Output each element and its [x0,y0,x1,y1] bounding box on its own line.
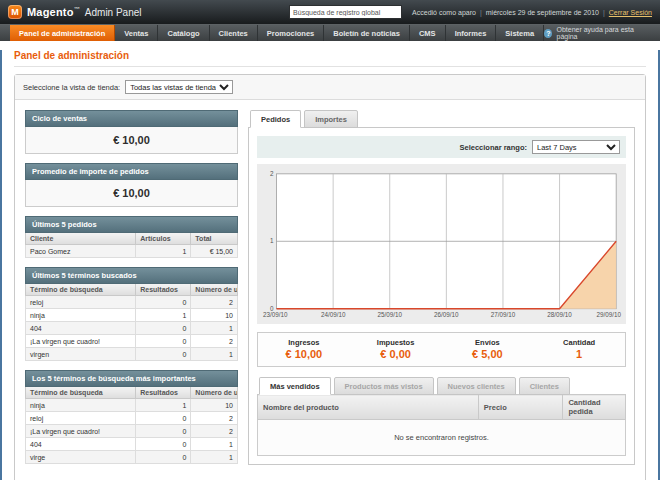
tab-pedidos[interactable]: Pedidos [250,110,301,128]
tab-productos-mas-vistos[interactable]: Productos más vistos [334,377,434,395]
separator: | [603,9,605,16]
tab-mas-vendidos[interactable]: Más vendidos [259,377,331,395]
box-title: Últimos 5 términos buscados [25,267,238,284]
table-row[interactable]: ¡La virgen que cuadro!02 [26,425,238,438]
dashboard-columns: Ciclo de ventas € 10,00 Promedio de impo… [15,100,645,480]
cell-label: reloj [26,412,136,425]
table-row[interactable]: virge01 [26,451,238,464]
cell-value: 1 [136,245,191,258]
column-header[interactable]: Cantidad pedida [563,395,626,420]
svg-text:27/09/10: 27/09/10 [491,311,516,318]
table-row[interactable]: reloj02 [26,296,238,309]
magento-admin-page: M Magento™ Admin Panel Accedió como apar… [0,0,660,480]
svg-text:24/09/10: 24/09/10 [321,311,346,318]
table-row[interactable]: 40401 [26,438,238,451]
nav-item-sistema[interactable]: Sistema [496,25,544,41]
total-impuestos: Impuestos € 0,00 [350,338,442,360]
brand: M Magento™ Admin Panel [8,5,142,19]
cell-value: € 15,00 [191,245,238,258]
column-header[interactable]: Número de usos [191,387,238,399]
nav-item-promociones[interactable]: Promociones [258,25,325,41]
cell-value: 0 [136,335,191,348]
svg-text:23/09/10: 23/09/10 [263,311,288,318]
cell-value: 1 [136,309,191,322]
column-header[interactable]: Precio [478,395,563,420]
store-switcher-label: Seleccione la vista de tienda: [23,83,120,92]
nav-item-boletin-de-noticias[interactable]: Boletín de noticias [324,25,410,41]
nav-item-clientes[interactable]: Clientes [210,25,258,41]
column-header[interactable]: Número de usos [191,284,238,296]
column-header[interactable]: Total [191,233,238,245]
store-view-select[interactable]: Todas las vistas de tienda [125,80,233,94]
total-label: Cantidad [533,338,625,347]
grids-tabs: Más vendidos Productos más vistos Nuevos… [257,377,626,395]
question-globe-icon: ? [544,29,552,38]
cell-value: 1 [191,322,238,335]
table-row[interactable]: Paco Gomez1€ 15,00 [26,245,238,258]
global-search-input[interactable] [289,5,402,19]
tab-clientes[interactable]: Clientes [519,377,570,395]
nav-item-cms[interactable]: CMS [410,25,446,41]
nav-item-informes[interactable]: Informes [446,25,497,41]
cell-value: 1 [191,438,238,451]
magento-logo-icon: M [8,5,22,19]
svg-text:26/09/10: 26/09/10 [434,311,459,318]
cell-label: Paco Gomez [26,245,136,258]
header-meta: Accedió como aparo | miércoles 29 de sep… [412,9,652,16]
cell-value: 0 [136,412,191,425]
cell-label: ninja [26,309,136,322]
column-header[interactable]: Resultados [136,387,191,399]
nav-item-catalogo[interactable]: Catálogo [158,25,209,41]
column-header[interactable]: Término de búsqueda [26,387,136,399]
table-row[interactable]: virgen01 [26,348,238,361]
tab-nuevos-clientes[interactable]: Nuevos clientes [437,377,516,395]
total-label: Envíos [442,338,534,347]
table-row[interactable]: ninja110 [26,309,238,322]
svg-text:25/09/10: 25/09/10 [377,311,402,318]
column-header[interactable]: Cliente [26,233,136,245]
page-body: Panel de administración Seleccione la vi… [0,50,660,480]
total-value: € 10,00 [258,348,350,360]
lifetime-sales-box: Ciclo de ventas € 10,00 [25,110,238,154]
nav-item-ventas[interactable]: Ventas [115,25,158,41]
cell-value: 1 [191,348,238,361]
table-row[interactable]: ninja110 [26,399,238,412]
column-header[interactable]: Artículos [136,233,191,245]
cell-value: 0 [136,425,191,438]
top-search-terms-box: Los 5 términos de búsqueda más important… [25,370,238,464]
total-label: Impuestos [350,338,442,347]
last-orders-table: Cliente Artículos Total Paco Gomez1€ 15,… [25,233,238,258]
brand-name: Magento™ [27,6,80,18]
column-header[interactable]: Nombre del producto [258,395,479,420]
store-switcher: Seleccione la vista de tienda: Todas las… [15,75,645,100]
cell-label: 404 [26,438,136,451]
last-orders-box: Últimos 5 pedidos Cliente Artículos Tota… [25,216,238,258]
cell-value: 10 [191,309,238,322]
column-header[interactable]: Resultados [136,284,191,296]
left-column: Ciclo de ventas € 10,00 Promedio de impo… [25,110,238,473]
date-text: miércoles 29 de septiembre de 2010 [486,9,599,16]
range-label: Seleccionar rango: [459,143,527,152]
cell-value: 1 [191,451,238,464]
trademark-mark: ™ [74,6,80,12]
help-link[interactable]: ? Obtener ayuda para esta página [544,25,660,41]
box-title: Últimos 5 pedidos [25,216,238,233]
table-header-row: Cliente Artículos Total [26,233,238,245]
right-column: Pedidos Importes Seleccionar rango: Last… [248,110,635,473]
box-title: Promedio de importe de pedidos [25,163,238,180]
logout-link[interactable]: Cerrar Sesión [609,9,652,16]
cell-value: 2 [191,335,238,348]
cell-label: reloj [26,296,136,309]
total-value: 1 [533,348,625,360]
nav-item-panel-de-administracion[interactable]: Panel de administración [10,25,115,41]
range-select[interactable]: Last 7 Days [532,140,620,154]
cell-value: 2 [191,412,238,425]
cell-label: ¡La virgen que cuadro! [26,335,136,348]
column-header[interactable]: Término de búsqueda [26,284,136,296]
chart-area: 01223/09/1024/09/1025/09/1026/09/1027/09… [257,164,626,324]
box-title: Los 5 términos de búsqueda más important… [25,370,238,387]
table-row[interactable]: ¡La virgen que cuadro!02 [26,335,238,348]
tab-importes[interactable]: Importes [304,110,358,128]
table-row[interactable]: 40401 [26,322,238,335]
table-row[interactable]: reloj02 [26,412,238,425]
